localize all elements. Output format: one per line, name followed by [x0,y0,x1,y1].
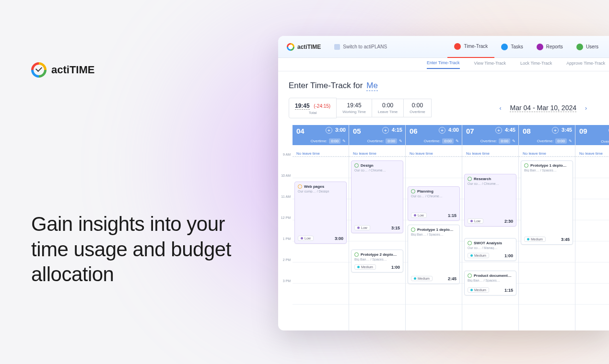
summary-working: 19:45 Working Time [337,99,372,117]
time-label: 12 PM [278,216,293,237]
priority-tag[interactable]: Medium [354,264,376,270]
clock-icon [468,241,472,245]
add-entry-button[interactable]: + [382,127,389,134]
no-leave-link[interactable]: No leave time [410,151,433,156]
clock-icon [468,273,472,278]
day-column: 09 + Overtime: ✎ No leave time [575,125,609,330]
overtime-label: Overtime: [480,139,497,143]
priority-tag[interactable]: Low [298,236,314,241]
add-entry-button[interactable]: + [495,127,502,134]
user-selector[interactable]: Me [366,81,378,91]
add-entry-button[interactable]: + [326,127,332,134]
clock-icon [298,184,302,189]
switch-icon [334,44,340,50]
subtab-enter-time-track[interactable]: Enter Time-Track [427,60,460,69]
task-card[interactable]: Planning Our co… / Chrome… Low 1:15 [408,186,460,221]
summary-total-value: 19:45 [295,102,310,110]
task-path: Big Ban… / Spaces… [468,279,513,282]
nav-icon [576,44,583,50]
day-total: 3:45 [562,127,572,133]
day-total: 3:00 [335,127,346,133]
task-path: Our co… / Manag… [468,246,513,250]
day-header: 09 + Overtime: ✎ [575,125,609,145]
no-leave-link[interactable]: No leave time [579,151,603,156]
edit-icon[interactable]: ✎ [342,139,346,143]
clock-icon [354,252,359,257]
priority-tag[interactable]: Medium [411,276,433,281]
priority-tag[interactable]: Medium [468,253,489,258]
no-leave-link[interactable]: No leave time [523,151,546,156]
edit-icon[interactable]: ✎ [569,139,572,143]
no-leave-link[interactable]: No leave time [353,151,376,156]
day-column: 08 + 3:45 Overtime: 0:00 ✎ No leave time… [519,125,575,330]
brand-logo: actiTIME [31,62,242,78]
task-card[interactable]: Web pages Our comp… / Design Low 3:00 [294,182,347,244]
task-duration: 3:00 [335,236,343,241]
nav-tab-users[interactable]: Users [570,36,605,58]
day-header: 08 + 3:45 Overtime: 0:00 ✎ [519,125,575,145]
summary-total[interactable]: 19:45 (-24:15) Total [289,98,337,118]
summary-overtime: 0:00 Overtime [404,99,431,117]
edit-icon[interactable]: ✎ [512,139,515,143]
nav-tabs: Time-TrackTasksReportsUsers [447,36,605,58]
day-total: 4:15 [392,127,402,133]
nav-tab-time-track[interactable]: Time-Track [447,36,494,58]
summary-diff: (-24:15) [314,103,330,109]
priority-tag[interactable]: Medium [468,287,489,293]
next-week-button[interactable]: › [583,103,589,114]
nav-tab-reports[interactable]: Reports [530,36,570,58]
subtab-lock-time-track[interactable]: Lock Time-Track [520,61,552,68]
task-path: Our co… / Chrome… [354,169,400,172]
app-logo[interactable]: actiTIME [287,43,321,51]
subtab-approve-time-track[interactable]: Approve Time-Track [566,61,605,68]
task-path: Big Ban… / Spaces… [411,233,457,236]
task-path: Our co… / Chrome… [411,194,457,198]
task-card[interactable]: Design Our co… / Chrome… Low 3:15 [351,160,403,233]
task-card[interactable]: Product document… Big Ban… / Spaces… Med… [464,271,516,296]
add-entry-button[interactable]: + [439,127,445,134]
subtab-view-time-track[interactable]: View Time-Track [474,61,506,68]
date-range-text[interactable]: Mar 04 - Mar 10, 2024 [510,104,576,112]
overtime-value[interactable]: 0:00 [499,138,510,144]
priority-tag[interactable]: Medium [524,237,546,242]
priority-tag[interactable]: Low [411,213,427,218]
task-card[interactable]: SWOT Analysis Our co… / Manag… Medium 1:… [464,238,516,261]
task-path: Our comp… / Design [298,190,343,193]
brand-name: actiTIME [51,64,94,76]
overtime-value[interactable]: 0:00 [442,138,454,144]
task-card[interactable]: Prototype 2 deplo… Big Ban… / Spaces… Me… [351,250,403,273]
day-header: 06 + 4:00 Overtime: 0:00 ✎ [406,125,462,145]
no-leave-link[interactable]: No leave time [466,151,490,156]
task-card[interactable]: Research Our co… / Chrome… Low 2:30 [464,174,516,227]
overtime-value[interactable]: 0:00 [555,138,567,144]
priority-tag[interactable]: Low [354,225,370,230]
no-leave-link[interactable]: No leave time [296,151,320,156]
add-entry-button[interactable]: + [552,127,559,134]
overtime-value[interactable]: 0:00 [386,138,397,144]
prev-week-button[interactable]: ‹ [497,103,503,114]
task-duration: 1:15 [448,213,457,218]
page-title: Enter Time-Track for [289,81,363,91]
app-logo-text: actiTIME [297,44,321,50]
day-total: 4:00 [448,127,459,133]
day-column: 07 + 4:45 Overtime: 0:00 ✎ No leave time… [462,125,519,330]
overtime-value[interactable]: 0:00 [329,138,340,144]
day-column: 05 + 4:15 Overtime: 0:00 ✎ No leave time… [349,125,406,330]
task-card[interactable]: Prototype 1 deplo… Big Ban… / Spaces… Me… [408,225,460,284]
edit-icon[interactable]: ✎ [399,139,402,143]
day-number: 05 [353,127,361,135]
day-number: 09 [579,127,587,135]
nav-tab-tasks[interactable]: Tasks [494,36,530,58]
day-total: 4:45 [505,127,515,133]
day-column: 04 + 3:00 Overtime: 0:00 ✎ No leave time… [293,125,349,330]
time-label: 9 AM [278,153,293,174]
day-number: 06 [410,127,418,135]
edit-icon[interactable]: ✎ [456,139,459,143]
nav-icon [454,43,461,50]
subtabs: Enter Time-TrackView Time-TrackLock Time… [278,58,609,71]
priority-tag[interactable]: Low [468,218,483,224]
task-card[interactable]: Prototype 1 deplo… Big Ban… / Spaces… Me… [521,160,573,245]
task-path: Big Ban… / Spaces… [354,258,400,261]
task-duration: 1:00 [391,265,400,270]
switch-actiplans-link[interactable]: Switch to actiPLANS [334,44,387,50]
